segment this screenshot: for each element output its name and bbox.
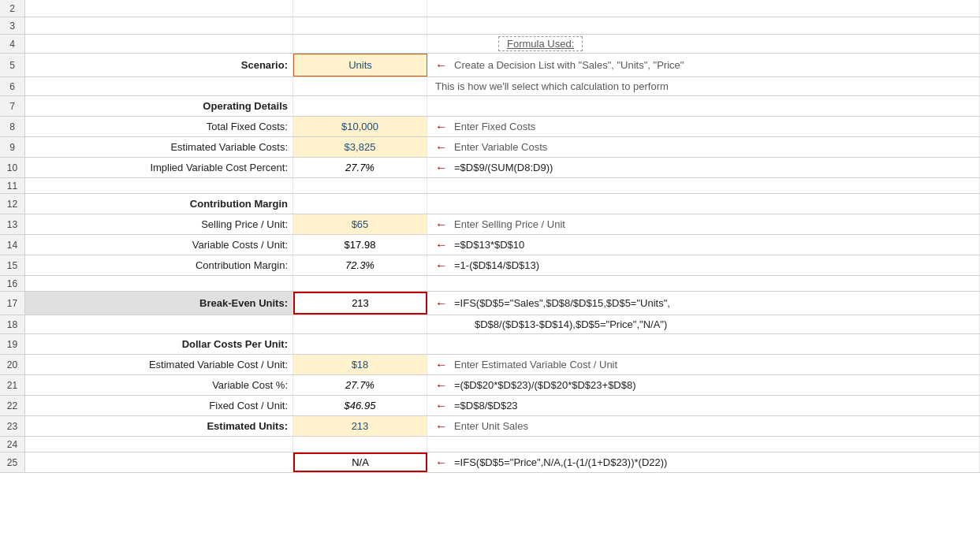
value-cell-7 <box>293 96 427 116</box>
row-number-11: 11 <box>0 178 25 194</box>
row-content-10: Implied Variable Cost Percent:27.7%←=$D$… <box>25 158 980 178</box>
label-cell-18 <box>25 315 293 333</box>
formula-text-18: $D$8/($D$13-$D$14),$D$5="Price","N/A") <box>475 318 667 330</box>
arrow-icon: ← <box>435 161 448 175</box>
label-cell-17: Break-Even Units: <box>25 292 293 315</box>
row-number-14: 14 <box>0 235 25 255</box>
formula-text-25: =IFS($D$5="Price",N/A,(1-(1/(1+D$23))*(D… <box>454 456 667 468</box>
arrow-icon: ← <box>435 358 448 372</box>
row-number-16: 16 <box>0 276 25 292</box>
value-cell-19 <box>293 334 427 354</box>
row-content-15: Contribution Margin:72.3%←=1-($D$14/$D$1… <box>25 255 980 276</box>
value-cell-10[interactable]: 27.7% <box>293 158 427 177</box>
row-number-20: 20 <box>0 355 25 375</box>
value-cell-15[interactable]: 72.3% <box>293 255 427 275</box>
row-number-17: 17 <box>0 292 25 315</box>
value-cell-11 <box>293 178 427 193</box>
label-cell-9: Estimated Variable Costs: <box>25 137 293 157</box>
formula-text-23: Enter Unit Sales <box>454 420 528 432</box>
formula-text-15: =1-($D$14/$D$13) <box>454 259 539 271</box>
arrow-icon: ← <box>435 456 448 470</box>
value-cell-14[interactable]: $17.98 <box>293 235 427 255</box>
formula-cell-20: ←Enter Estimated Variable Cost / Unit <box>427 355 980 374</box>
row-number-2: 2 <box>0 0 25 17</box>
label-cell-12: Contribution Margin <box>25 194 293 214</box>
row-content-12: Contribution Margin <box>25 194 980 214</box>
value-cell-5[interactable]: Units <box>293 54 427 76</box>
formula-cell-17: ←=IFS($D$5="Sales",$D$8/$D$15,$D$5="Unit… <box>427 292 980 315</box>
label-cell-21: Variable Cost %: <box>25 375 293 395</box>
row-content-24 <box>25 437 980 452</box>
row-content-22: Fixed Cost / Unit:$46.95←=$D$8/$D$23 <box>25 396 980 416</box>
value-cell-20[interactable]: $18 <box>293 355 427 374</box>
formula-cell-10: ←=$D$9/(SUM(D8:D9)) <box>427 158 980 177</box>
value-cell-9[interactable]: $3,825 <box>293 137 427 157</box>
formula-cell-4: Formula Used: <box>427 35 980 53</box>
label-cell-22: Fixed Cost / Unit: <box>25 396 293 415</box>
value-cell-17[interactable]: 213 <box>293 292 427 315</box>
row-content-21: Variable Cost %:27.7%←=($D$20*$D$23)/($D… <box>25 375 980 396</box>
formula-cell-12 <box>427 194 980 214</box>
formula-text-5: Create a Decision List with "Sales", "Un… <box>454 59 684 71</box>
label-cell-19: Dollar Costs Per Unit: <box>25 334 293 354</box>
value-cell-8[interactable]: $10,000 <box>293 117 427 136</box>
row-number-8: 8 <box>0 117 25 137</box>
label-cell-11 <box>25 178 293 193</box>
arrow-icon: ← <box>435 399 448 413</box>
value-cell-13[interactable]: $65 <box>293 214 427 234</box>
label-cell-16 <box>25 276 293 291</box>
arrow-icon: ← <box>435 120 448 134</box>
value-cell-25[interactable]: N/A <box>293 452 427 472</box>
arrow-icon: ← <box>435 58 448 73</box>
row-content-6: This is how we'll select which calculati… <box>25 77 980 96</box>
spreadsheet: 234Formula Used:5Scenario:Units←Create a… <box>0 0 980 551</box>
formula-cell-3 <box>427 17 980 34</box>
formula-cell-19 <box>427 334 980 354</box>
row-number-22: 22 <box>0 396 25 416</box>
row-number-3: 3 <box>0 17 25 35</box>
row-content-20: Estimated Variable Cost / Unit:$18←Enter… <box>25 355 980 375</box>
value-cell-21[interactable]: 27.7% <box>293 375 427 395</box>
label-cell-23: Estimated Units: <box>25 416 293 436</box>
row-number-25: 25 <box>0 452 25 473</box>
row-number-7: 7 <box>0 96 25 117</box>
formula-cell-2 <box>427 0 980 17</box>
row-number-18: 18 <box>0 315 25 334</box>
row-number-15: 15 <box>0 255 25 276</box>
row-number-4: 4 <box>0 35 25 54</box>
formula-text-17: =IFS($D$5="Sales",$D$8/$D$15,$D$5="Units… <box>454 297 670 309</box>
value-cell-6 <box>293 77 427 95</box>
formula-cell-8: ←Enter Fixed Costs <box>427 117 980 136</box>
value-cell-22[interactable]: $46.95 <box>293 396 427 415</box>
row-number-5: 5 <box>0 54 25 77</box>
formula-cell-25: ←=IFS($D$5="Price",N/A,(1-(1/(1+D$23))*(… <box>427 452 980 472</box>
formula-cell-11 <box>427 178 980 193</box>
row-number-23: 23 <box>0 416 25 437</box>
row-content-13: Selling Price / Unit:$65←Enter Selling P… <box>25 214 980 235</box>
label-cell-15: Contribution Margin: <box>25 255 293 275</box>
value-cell-24 <box>293 437 427 452</box>
value-cell-3 <box>293 17 427 34</box>
row-number-13: 13 <box>0 214 25 235</box>
formula-cell-23: ←Enter Unit Sales <box>427 416 980 436</box>
label-cell-3 <box>25 17 293 34</box>
row-content-14: Variable Costs / Unit:$17.98←=$D$13*$D$1… <box>25 235 980 255</box>
label-cell-2 <box>25 0 293 17</box>
label-cell-13: Selling Price / Unit: <box>25 214 293 234</box>
value-cell-4 <box>293 35 427 53</box>
row-number-12: 12 <box>0 194 25 214</box>
value-cell-23[interactable]: 213 <box>293 416 427 436</box>
value-cell-18 <box>293 315 427 333</box>
row-number-21: 21 <box>0 375 25 396</box>
label-cell-25 <box>25 452 293 472</box>
arrow-icon: ← <box>435 296 448 311</box>
row-content-3 <box>25 17 980 35</box>
row-content-16 <box>25 276 980 292</box>
formula-text-10: =$D$9/(SUM(D8:D9)) <box>454 162 553 173</box>
label-cell-7: Operating Details <box>25 96 293 116</box>
formula-text-22: =$D$8/$D$23 <box>454 400 518 411</box>
row-content-2 <box>25 0 980 17</box>
formula-cell-22: ←=$D$8/$D$23 <box>427 396 980 415</box>
label-cell-6 <box>25 77 293 95</box>
row-number-6: 6 <box>0 77 25 96</box>
